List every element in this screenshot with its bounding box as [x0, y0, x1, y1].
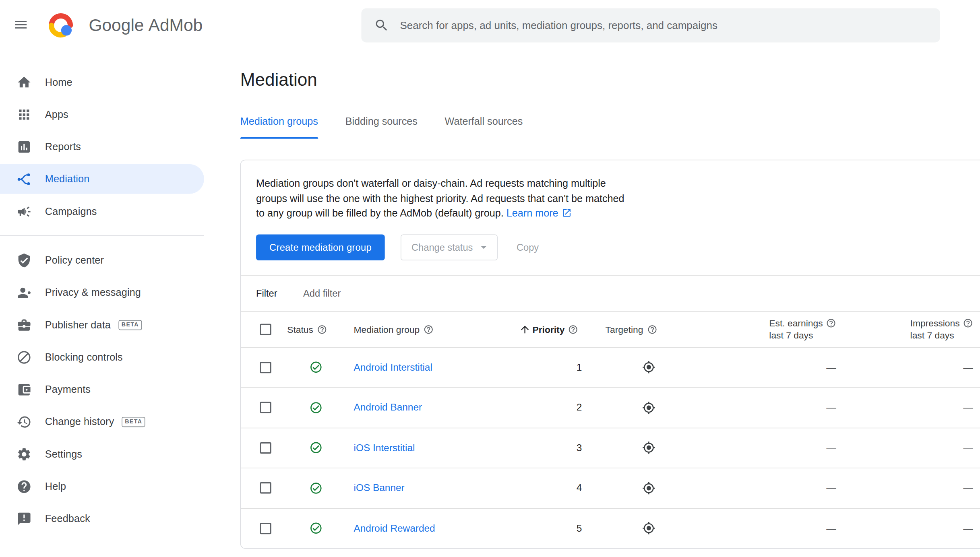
impressions-column-header: Impressions last 7 days [910, 318, 973, 340]
action-buttons: Create mediation group Change status Cop… [256, 234, 980, 275]
sidebar-item-label: Campaigns [45, 206, 97, 217]
main-content: Mediation Mediation groupsBidding source… [228, 51, 980, 557]
row-checkbox[interactable] [260, 522, 271, 534]
impressions-value: — [963, 442, 973, 453]
est-earnings-value: — [826, 402, 836, 413]
sidebar-item-help[interactable]: Help [0, 471, 204, 501]
mediation-group-link[interactable]: iOS Banner [354, 483, 405, 493]
publisher-icon [17, 317, 32, 332]
sidebar-item-payments[interactable]: Payments [0, 374, 204, 404]
row-checkbox[interactable] [260, 483, 271, 494]
copy-button[interactable]: Copy [511, 242, 544, 253]
sidebar-item-label: Blocking controls [45, 351, 123, 363]
add-filter-button[interactable]: Add filter [303, 288, 341, 299]
impressions-value: — [963, 483, 973, 493]
mediation-group-link[interactable]: Android Interstitial [354, 362, 432, 373]
sidebar-item-feedback[interactable]: Feedback [0, 504, 204, 534]
row-checkbox[interactable] [260, 442, 271, 454]
help-icon [17, 479, 32, 494]
table-row: Android Interstitial 1 — — [241, 347, 980, 387]
top-bar: GoogleAdMob [0, 0, 980, 51]
sidebar-item-settings[interactable]: Settings [0, 439, 204, 469]
privacy-icon [17, 285, 32, 300]
sidebar: HomeAppsReportsMediationCampaigns Policy… [0, 51, 228, 557]
sidebar-item-apps[interactable]: Apps [0, 99, 204, 129]
sidebar-item-label: Apps [45, 109, 68, 120]
priority-value: 5 [577, 522, 582, 533]
tab-mediation-groups[interactable]: Mediation groups [240, 116, 318, 139]
external-link-icon [558, 208, 572, 219]
status-enabled-icon [309, 481, 323, 495]
beta-badge: BETA [118, 320, 142, 330]
mediation-group-link[interactable]: iOS Interstitial [354, 442, 415, 453]
targeting-icon [642, 481, 655, 495]
sidebar-item-label: Feedback [45, 513, 90, 524]
targeting-help-icon[interactable] [647, 324, 657, 334]
est-earnings-help-icon[interactable] [826, 318, 836, 328]
sidebar-item-label: Publisher data [45, 319, 111, 330]
est-earnings-value: — [826, 483, 836, 493]
brand-text: GoogleAdMob [89, 16, 203, 35]
create-mediation-group-button[interactable]: Create mediation group [256, 234, 385, 260]
mediation-groups-table: Status Mediation group Priority [241, 311, 980, 548]
sidebar-item-label: Mediation [45, 173, 90, 185]
admob-logo[interactable]: GoogleAdMob [48, 12, 203, 39]
targeting-icon [642, 441, 655, 454]
priority-help-icon[interactable] [568, 324, 578, 334]
search-input[interactable] [400, 19, 927, 31]
est-earnings-value: — [826, 442, 836, 453]
sidebar-item-change-history[interactable]: Change historyBETA [0, 407, 204, 437]
est-earnings-value: — [826, 362, 836, 373]
impressions-value: — [963, 402, 973, 413]
sidebar-divider [0, 235, 204, 236]
impressions-help-icon[interactable] [963, 318, 973, 328]
targeting-icon [642, 401, 655, 414]
sidebar-item-label: Privacy & messaging [45, 287, 141, 298]
reports-icon [17, 139, 32, 155]
sidebar-item-reports[interactable]: Reports [0, 132, 204, 161]
targeting-column-header: Targeting [606, 324, 643, 334]
policy-icon [17, 252, 32, 268]
campaigns-icon [17, 204, 32, 219]
table-header-row: Status Mediation group Priority [241, 311, 980, 347]
sidebar-item-publisher-data[interactable]: Publisher dataBETA [0, 310, 204, 340]
sidebar-item-label: Payments [45, 384, 91, 395]
sidebar-item-mediation[interactable]: Mediation [0, 164, 204, 194]
sort-ascending-icon[interactable] [519, 324, 530, 335]
sidebar-item-label: Settings [45, 448, 82, 460]
change-status-button[interactable]: Change status [401, 234, 497, 260]
mediation-group-link[interactable]: Android Banner [354, 402, 422, 413]
settings-icon [17, 446, 32, 462]
priority-value: 4 [577, 483, 582, 493]
sidebar-item-policy-center[interactable]: Policy center [0, 245, 204, 275]
tab-waterfall-sources[interactable]: Waterfall sources [445, 116, 523, 139]
block-icon [17, 349, 32, 365]
admob-app: GoogleAdMob HomeAppsReportsMediationCamp… [0, 0, 980, 557]
mediation-group-link[interactable]: Android Rewarded [354, 522, 435, 533]
home-icon [17, 74, 32, 90]
hamburger-menu-button[interactable] [6, 10, 36, 41]
status-enabled-icon [309, 361, 323, 374]
learn-more-link[interactable]: Learn more [507, 208, 572, 219]
sidebar-item-home[interactable]: Home [0, 67, 204, 97]
select-all-checkbox[interactable] [260, 324, 271, 335]
sidebar-item-label: Policy center [45, 254, 104, 266]
impressions-value: — [963, 362, 973, 373]
sidebar-item-privacy-messaging[interactable]: Privacy & messaging [0, 278, 204, 307]
status-help-icon[interactable] [317, 324, 327, 334]
priority-value: 3 [577, 442, 582, 453]
sidebar-item-campaigns[interactable]: Campaigns [0, 196, 204, 226]
row-checkbox[interactable] [260, 402, 271, 413]
impressions-value: — [963, 522, 973, 533]
table-row: iOS Banner 4 — — [241, 468, 980, 508]
search-bar[interactable] [361, 8, 940, 42]
status-enabled-icon [309, 522, 323, 535]
sidebar-item-blocking-controls[interactable]: Blocking controls [0, 342, 204, 372]
mediation-groups-card: Mediation groups don't waterfall or dais… [240, 160, 980, 549]
page-title: Mediation [240, 68, 980, 91]
history-icon [17, 414, 32, 429]
est-earnings-value: — [826, 522, 836, 533]
tab-bidding-sources[interactable]: Bidding sources [345, 116, 418, 139]
mediation-group-help-icon[interactable] [424, 324, 434, 334]
row-checkbox[interactable] [260, 362, 271, 373]
